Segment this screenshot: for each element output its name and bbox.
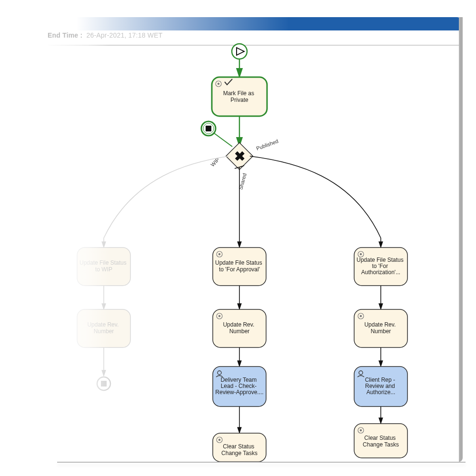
task-pub-clear[interactable]: Clear Status Change Tasks — [354, 424, 407, 458]
svg-text:Client Rep -
        Review an: Client Rep - Review and Authorize... — [365, 377, 397, 396]
task-shared-clear[interactable]: Clear Status Change Tasks — [213, 433, 266, 462]
task-pub-update-status[interactable]: Update File Status to 'For Authorization… — [354, 248, 407, 286]
titlebar-gradient — [76, 17, 463, 30]
task-pub-update-rev[interactable]: Update Rev. Number — [354, 309, 407, 347]
svg-text:✖: ✖ — [234, 149, 245, 164]
svg-point-43 — [360, 429, 362, 431]
svg-point-32 — [360, 253, 362, 255]
task-wip-update-rev[interactable]: Update Rev. Number — [77, 309, 130, 347]
svg-point-36 — [360, 315, 362, 317]
svg-rect-6 — [206, 126, 211, 131]
svg-text:Delivery Team
        Lead - C: Delivery Team Lead - Check- Review-Appro… — [215, 377, 263, 396]
end-time-label: End Time : — [48, 31, 82, 39]
svg-text:Update File Status
        to : Update File Status to 'For Approval' — [215, 259, 264, 273]
svg-text:Clear Status
        Change Ta: Clear Status Change Tasks — [221, 443, 258, 456]
svg-point-21 — [218, 315, 220, 317]
exclusive-gateway[interactable]: ✖ — [226, 143, 253, 170]
terminate-end-event[interactable] — [201, 121, 232, 147]
task-mark-file-private[interactable]: Mark File as Private — [212, 77, 267, 116]
svg-point-28 — [218, 439, 220, 441]
edge-gateway-to-wip — [104, 156, 229, 248]
canvas-bottom-border — [57, 462, 466, 463]
task-pub-review[interactable]: Client Rep - Review and Authorize... — [354, 367, 407, 407]
svg-point-3 — [218, 83, 219, 85]
end-time-value: 26-Apr-2021, 17:18 WET — [86, 31, 162, 39]
svg-point-17 — [218, 253, 220, 255]
svg-rect-14 — [101, 381, 107, 387]
task-shared-review[interactable]: Delivery Team Lead - Check- Review-Appro… — [213, 367, 266, 407]
bpmn-diagram[interactable]: Mark File as Private Mark File as Privat… — [48, 43, 460, 462]
task-wip-update-status[interactable]: Update File Status to WIP — [77, 248, 130, 286]
branch-label-published: Published — [256, 138, 279, 151]
task-shared-update-status[interactable]: Update File Status to 'For Approval' — [213, 248, 266, 286]
stage: End Time : 26-Apr-2021, 17:18 WET — [0, 0, 476, 476]
task-shared-update-rev[interactable]: Update Rev. Number — [213, 309, 266, 347]
svg-text:Clear Status
        Change Ta: Clear Status Change Tasks — [363, 435, 399, 448]
start-event[interactable] — [232, 44, 247, 59]
edge-gateway-to-published — [250, 156, 381, 248]
end-event-wip[interactable] — [97, 377, 110, 390]
